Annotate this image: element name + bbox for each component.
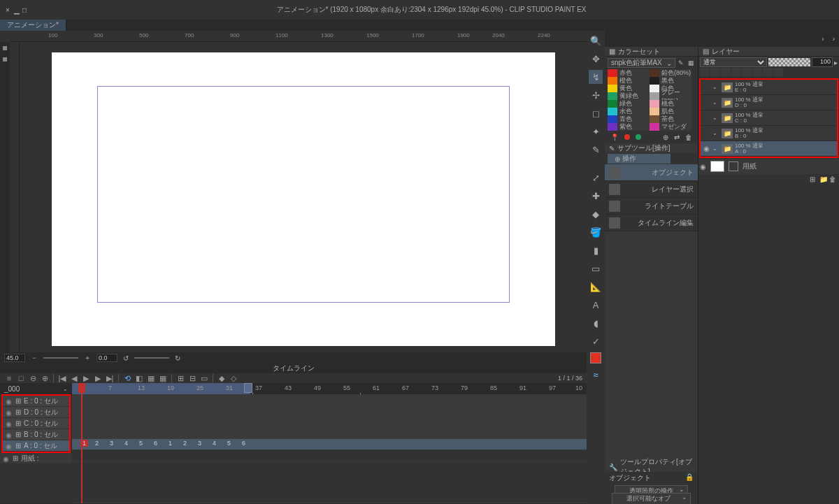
subtool-layer-select[interactable]: レイヤー選択 bbox=[605, 181, 698, 198]
tl-tool2-icon[interactable]: ▦ bbox=[158, 373, 168, 383]
move-tool-icon[interactable]: ✥ bbox=[589, 52, 603, 66]
delete-layer-icon[interactable]: 🗑 bbox=[829, 175, 838, 184]
color-swatch[interactable] bbox=[608, 85, 617, 92]
tl-new-icon[interactable]: □ bbox=[16, 373, 26, 383]
visibility-icon[interactable]: ◉ bbox=[6, 431, 13, 438]
colorset-header[interactable]: ▦ カラーセット bbox=[605, 47, 698, 57]
colorset-dropdown[interactable]: snpk色鉛筆MAX⌄ bbox=[608, 58, 675, 68]
color-swatch[interactable] bbox=[608, 123, 617, 131]
pin-icon[interactable]: 📍 bbox=[610, 134, 619, 141]
timeline-ruler[interactable]: 1 7 13 19 25 31 37 43 49 55 61 67 73 79 … bbox=[72, 383, 587, 394]
color-swatch[interactable] bbox=[650, 77, 659, 85]
opacity-value[interactable]: 100 bbox=[812, 57, 833, 67]
color-swatch[interactable] bbox=[608, 115, 617, 123]
layer-item[interactable]: ⌄📁100 % 通常B : 0 bbox=[701, 126, 837, 141]
visibility-icon[interactable]: ◉ bbox=[6, 398, 13, 405]
zoom-in-icon[interactable]: ⊕ bbox=[40, 373, 50, 383]
color-swatch[interactable] bbox=[608, 100, 617, 108]
layer-move-icon[interactable]: ✢ bbox=[589, 88, 603, 102]
cel-tool-icon[interactable]: ▭ bbox=[199, 373, 209, 383]
zoom-out-icon[interactable]: － bbox=[31, 353, 38, 363]
chevron-down-icon[interactable]: ⌄ bbox=[712, 84, 719, 90]
visibility-icon[interactable]: ◉ bbox=[6, 442, 13, 449]
key2-icon[interactable]: ◇ bbox=[229, 373, 238, 383]
foreground-color[interactable] bbox=[590, 352, 601, 363]
color-swatch[interactable] bbox=[608, 92, 617, 100]
ruler-tool-icon[interactable]: 📐 bbox=[589, 280, 603, 294]
playhead[interactable] bbox=[81, 383, 83, 503]
color-swatch[interactable] bbox=[650, 108, 659, 115]
track-c[interactable]: ◉⊞C : 0 : セル bbox=[3, 418, 69, 429]
new-layer-icon[interactable]: ⊞ bbox=[810, 175, 818, 184]
chevron-down-icon[interactable]: ⌄ bbox=[63, 386, 68, 392]
go-end-icon[interactable]: ▶| bbox=[105, 373, 115, 383]
visibility-icon[interactable]: ◉ bbox=[3, 455, 10, 462]
chevron-down-icon[interactable]: ⌄ bbox=[712, 130, 719, 136]
track-paper[interactable]: ◉⊞用紙 : bbox=[0, 453, 72, 464]
toolprop-opt2[interactable]: 選択可能なオブジェクト bbox=[612, 493, 691, 504]
cross-tool-icon[interactable]: ✚ bbox=[589, 189, 603, 203]
rotate-cw-icon[interactable]: ↻ bbox=[175, 354, 180, 362]
timeline-grid[interactable]: 1 7 13 19 25 31 37 43 49 55 61 67 73 79 … bbox=[72, 383, 587, 503]
add-color-icon[interactable]: ⊕ bbox=[663, 134, 668, 141]
chevron-down-icon[interactable]: ⌄ bbox=[712, 115, 719, 121]
subtool-light-table[interactable]: ライトテーブル bbox=[605, 198, 698, 215]
ref-icon[interactable] bbox=[721, 68, 731, 76]
layer-item[interactable]: ◉⌄📁100 % 通常A : 0 bbox=[701, 141, 837, 157]
color-swatch[interactable] bbox=[608, 108, 617, 115]
color-swatch[interactable] bbox=[608, 77, 617, 85]
lock-icon[interactable]: 🔒 bbox=[685, 473, 694, 483]
canvas-viewport[interactable] bbox=[20, 42, 587, 352]
cel-del-icon[interactable]: ⊟ bbox=[187, 373, 197, 383]
bucket-tool-icon[interactable]: ◆ bbox=[589, 207, 603, 221]
draft-icon[interactable] bbox=[731, 68, 741, 76]
zoom-in-icon[interactable]: ＋ bbox=[84, 353, 91, 363]
lock-icon[interactable] bbox=[742, 68, 752, 76]
delete-color-icon[interactable]: 🗑 bbox=[685, 134, 692, 141]
eyedropper-icon[interactable]: ⤢ bbox=[589, 171, 603, 185]
visibility-icon[interactable]: ◉ bbox=[6, 420, 13, 427]
maximize-icon[interactable]: □ bbox=[22, 6, 29, 13]
clip-icon[interactable] bbox=[710, 68, 720, 76]
chevron-down-icon[interactable]: ⌄ bbox=[712, 99, 719, 106]
layer-header[interactable]: ▤ レイヤー bbox=[698, 47, 839, 57]
loop-icon[interactable]: ⟲ bbox=[122, 373, 132, 383]
track-d[interactable]: ◉⊞D : 0 : セル bbox=[3, 407, 69, 418]
onion-icon[interactable]: ◧ bbox=[134, 373, 144, 383]
edit-icon[interactable]: ✎ bbox=[677, 59, 685, 67]
new-folder-icon[interactable]: 📁 bbox=[819, 175, 828, 184]
menu-icon[interactable]: › bbox=[822, 35, 824, 43]
zoom-input[interactable] bbox=[4, 354, 25, 362]
lock-alpha-icon[interactable] bbox=[700, 68, 710, 76]
minimize-icon[interactable]: ▁ bbox=[14, 6, 21, 13]
mask-icon[interactable] bbox=[752, 68, 762, 76]
gradient-tool-icon[interactable]: ▮ bbox=[589, 243, 603, 257]
zoom-tool-icon[interactable]: 🔍 bbox=[589, 34, 603, 48]
cel-add-icon[interactable]: ⊞ bbox=[175, 373, 185, 383]
track-a[interactable]: ◉⊞A : 0 : セル bbox=[3, 440, 69, 452]
menu-icon[interactable]: › bbox=[833, 35, 835, 43]
play-icon[interactable]: ▶ bbox=[81, 373, 91, 383]
rotate-ccw-icon[interactable]: ↺ bbox=[123, 354, 129, 362]
key-icon[interactable]: ◆ bbox=[217, 373, 227, 383]
color-swatch[interactable] bbox=[650, 115, 659, 123]
chevron-icon[interactable]: ▸ bbox=[834, 59, 838, 66]
subtool-timeline-edit[interactable]: タイムライン編集 bbox=[605, 215, 698, 231]
replace-color-icon[interactable]: ⇄ bbox=[674, 134, 680, 141]
color-swatch[interactable] bbox=[650, 92, 659, 100]
visibility-icon[interactable]: ◉ bbox=[702, 145, 710, 152]
green-dot-icon[interactable] bbox=[636, 134, 641, 140]
transparent-color-icon[interactable]: ≈ bbox=[589, 368, 603, 382]
prev-frame-icon[interactable]: ◀ bbox=[69, 373, 79, 383]
subtool-header[interactable]: ✎サブツール[操作] bbox=[605, 143, 698, 153]
grid-view-icon[interactable]: ▦ bbox=[687, 59, 695, 67]
clip-label[interactable]: _000⌄ bbox=[0, 383, 72, 394]
tl-menu-icon[interactable]: ≡ bbox=[4, 373, 14, 383]
track-e[interactable]: ◉⊞E : 0 : セル bbox=[3, 396, 69, 407]
operation-tool-icon[interactable]: ↯ bbox=[589, 70, 603, 84]
angle-input[interactable] bbox=[96, 354, 117, 362]
go-start-icon[interactable]: |◀ bbox=[57, 373, 67, 383]
marquee-tool-icon[interactable]: ◻ bbox=[589, 106, 603, 120]
subtool-tab[interactable]: ⊕ 操作 bbox=[608, 154, 671, 164]
window-controls[interactable]: × ▁ □ bbox=[6, 6, 29, 13]
